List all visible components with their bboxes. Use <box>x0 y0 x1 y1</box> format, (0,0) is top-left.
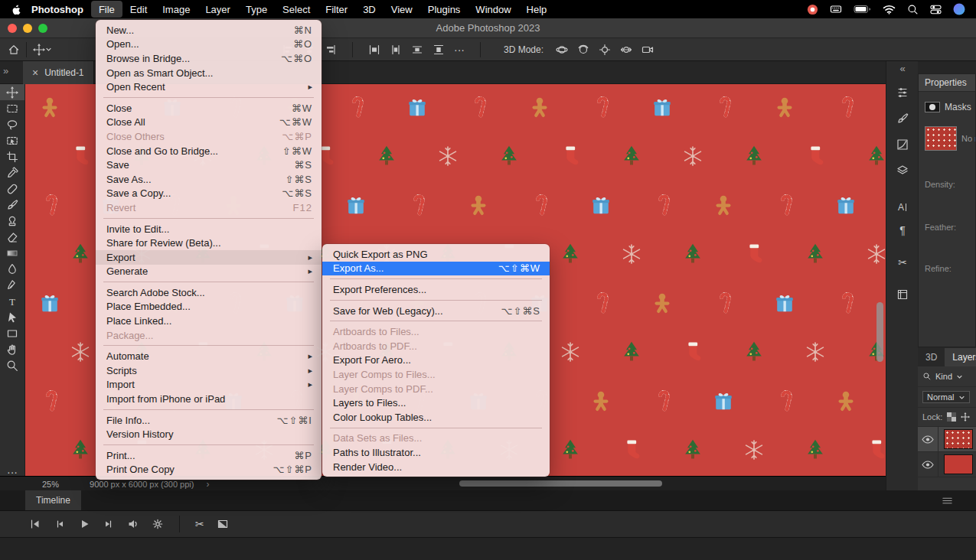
tool-blur[interactable] <box>0 261 24 277</box>
tool-eraser[interactable] <box>0 229 24 245</box>
tool-clone-stamp[interactable] <box>0 213 24 229</box>
menu-item-version-history[interactable]: Version History <box>96 427 322 441</box>
menu-item-quick-export-as-png[interactable]: Quick Export as PNG <box>322 247 550 262</box>
transition-icon[interactable] <box>217 518 229 530</box>
tool-lasso[interactable] <box>0 116 24 132</box>
menu-item-close[interactable]: Close⌘W <box>96 101 322 116</box>
collapse-panels-icon[interactable]: « <box>886 63 919 73</box>
layer-filter-kind[interactable]: Kind <box>935 372 952 381</box>
tool-zoom[interactable] <box>0 357 24 373</box>
menu-item-paths-to-illustrator[interactable]: Paths to Illustrator... <box>322 445 550 460</box>
3d-camera-icon[interactable] <box>641 44 654 56</box>
layer-row-background[interactable] <box>918 452 976 477</box>
menu-item-render-video[interactable]: Render Video... <box>322 460 550 474</box>
menu-item-save-as[interactable]: Save As...⇧⌘S <box>96 172 322 187</box>
menu-item-export-for-aero[interactable]: Export For Aero... <box>322 353 550 368</box>
app-menu-photoshop[interactable]: Photoshop <box>24 4 91 15</box>
menu-item-new[interactable]: New...⌘N <box>96 23 322 37</box>
tool-type[interactable]: T <box>0 293 24 309</box>
double-chevron-right-icon[interactable]: » <box>3 66 8 76</box>
tab-close-icon[interactable]: × <box>32 67 38 78</box>
3d-orbit-icon[interactable] <box>556 44 568 56</box>
menu-item-invite-to-edit[interactable]: Invite to Edit... <box>96 222 322 236</box>
panel-icon-character[interactable]: A <box>886 197 919 217</box>
settings-icon[interactable] <box>152 518 164 530</box>
distribute-center-icon[interactable] <box>390 44 402 56</box>
tool-pen[interactable] <box>0 277 24 293</box>
menu-item-import-from-iphone-or-ipad[interactable]: Import from iPhone or iPad <box>96 392 322 406</box>
panel-menu-icon[interactable] <box>942 495 953 506</box>
horizontal-scrollbar[interactable] <box>459 480 662 487</box>
menu-bar-item-select[interactable]: Select <box>275 1 318 18</box>
layer-visibility-eye-icon[interactable] <box>918 427 938 451</box>
menu-item-layers-to-files[interactable]: Layers to Files... <box>322 396 550 410</box>
menu-bar-item-image[interactable]: Image <box>155 1 197 18</box>
menu-item-place-embedded[interactable]: Place Embedded... <box>96 300 322 314</box>
next-frame-icon[interactable] <box>103 518 115 530</box>
tool-object-selection[interactable] <box>0 132 24 148</box>
wifi-icon[interactable] <box>883 5 896 15</box>
panel-icon-curves[interactable] <box>886 135 919 155</box>
first-frame-icon[interactable] <box>29 518 41 530</box>
record-indicator-icon[interactable] <box>807 4 818 15</box>
mask-thumbnail[interactable] <box>925 126 957 151</box>
menu-item-close-and-go-to-bridge[interactable]: Close and Go to Bridge...⇧⌘W <box>96 144 322 158</box>
tool-rectangle[interactable] <box>0 325 24 341</box>
status-chevron-icon[interactable]: › <box>206 479 209 490</box>
menu-bar-item-file[interactable]: File <box>91 1 122 18</box>
menu-item-save-a-copy[interactable]: Save a Copy...⌥⌘S <box>96 187 322 201</box>
3d-pan-icon[interactable] <box>599 44 611 56</box>
menu-item-export-preferences[interactable]: Export Preferences... <box>322 282 550 297</box>
layer-row-pattern[interactable] <box>918 427 976 452</box>
menu-item-save[interactable]: Save⌘S <box>96 158 322 172</box>
menu-item-browse-in-bridge[interactable]: Browse in Bridge...⌥⌘O <box>96 51 322 66</box>
tool-move[interactable] <box>0 84 24 100</box>
panel-icon-frame[interactable] <box>886 285 919 304</box>
spotlight-icon[interactable] <box>907 4 919 15</box>
timeline-tab[interactable]: Timeline <box>25 490 81 510</box>
tool-eyedropper[interactable] <box>0 164 24 181</box>
more-options-button[interactable]: ··· <box>454 44 465 55</box>
menu-bar-item-layer[interactable]: Layer <box>197 1 238 18</box>
menu-item-export[interactable]: Export▸ <box>96 250 322 265</box>
tool-hand[interactable] <box>0 341 24 357</box>
menu-bar-item-window[interactable]: Window <box>468 1 518 18</box>
align-right-icon[interactable] <box>325 44 337 56</box>
menu-item-open-recent[interactable]: Open Recent▸ <box>96 80 322 94</box>
panel-icon-sliders[interactable] <box>886 83 919 103</box>
panel-icon-brush[interactable] <box>886 109 919 129</box>
menu-item-close-all[interactable]: Close All⌥⌘W <box>96 116 322 130</box>
lock-position-icon[interactable] <box>961 412 970 422</box>
layer-visibility-eye-icon[interactable] <box>918 452 938 477</box>
zoom-level-field[interactable]: 25% <box>42 480 59 489</box>
chevron-down-icon[interactable] <box>45 46 52 53</box>
menu-item-open[interactable]: Open...⌘O <box>96 37 322 52</box>
tool-gradient[interactable] <box>0 245 24 261</box>
mask-thumbnail-row[interactable]: No mas <box>925 126 976 151</box>
panel-icon-layers[interactable] <box>886 161 919 181</box>
menu-bar-item-help[interactable]: Help <box>519 1 555 18</box>
menu-bar-item-edit[interactable]: Edit <box>122 1 155 18</box>
menu-bar-item-view[interactable]: View <box>384 1 420 18</box>
vertical-scrollbar[interactable] <box>876 302 883 362</box>
tab-layers[interactable]: Layers <box>945 348 976 366</box>
properties-panel-title[interactable]: Properties <box>919 74 975 92</box>
menu-item-color-lookup-tables[interactable]: Color Lookup Tables... <box>322 410 550 425</box>
apple-menu-icon[interactable] <box>11 4 21 15</box>
menu-item-print[interactable]: Print...⌘P <box>96 448 322 463</box>
keyboard-icon[interactable] <box>830 3 842 15</box>
menu-bar-item-filter[interactable]: Filter <box>318 1 355 18</box>
move-tool-icon[interactable] <box>33 44 45 56</box>
distribute-left-icon[interactable] <box>368 44 380 56</box>
tool-healing[interactable] <box>0 181 24 197</box>
blend-mode-select[interactable]: Normal <box>922 391 970 403</box>
menu-item-save-for-web-legacy[interactable]: Save for Web (Legacy)...⌥⇧⌘S <box>322 304 550 318</box>
panel-icon-paragraph[interactable]: ¶ <box>886 220 919 240</box>
menu-item-print-one-copy[interactable]: Print One Copy⌥⇧⌘P <box>96 463 322 477</box>
menu-item-automate[interactable]: Automate▸ <box>96 349 322 363</box>
menu-item-file-info[interactable]: File Info...⌥⇧⌘I <box>96 413 322 428</box>
menu-item-place-linked[interactable]: Place Linked... <box>96 314 322 328</box>
profile-icon[interactable] <box>953 3 965 15</box>
mute-icon[interactable] <box>127 518 139 530</box>
home-icon[interactable] <box>8 44 20 56</box>
